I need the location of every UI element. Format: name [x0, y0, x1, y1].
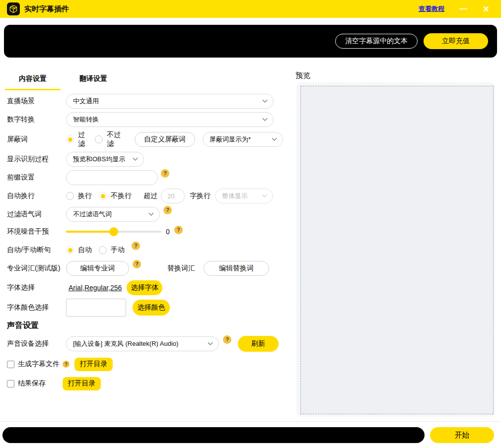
number-convert-row: 数字转换 智能转换	[7, 112, 283, 127]
content-settings-panel: 直播场景 中文通用 数字转换 智能转换 屏蔽词 过滤 不过滤 自定义屏蔽词 屏蔽…	[7, 94, 283, 394]
blocked-nofilter-radio-label[interactable]: 不过滤	[107, 130, 122, 148]
prefix-help-icon[interactable]: ?	[161, 169, 169, 178]
blocked-display-as-value: 屏蔽词显示为*	[210, 135, 251, 144]
save-result-checkbox[interactable]	[7, 380, 14, 387]
top-banner: 清空字幕源中的文本 立即充值	[4, 25, 497, 58]
start-button[interactable]: 开始	[430, 427, 494, 443]
preview-area	[300, 86, 494, 414]
open-result-dir-button[interactable]: 打开目录	[63, 377, 101, 390]
custom-blocked-words-button[interactable]: 自定义屏蔽词	[135, 132, 195, 147]
tab-content-settings[interactable]: 内容设置	[5, 70, 61, 90]
font-select-row: 字体选择 Arial,Regular,256 选择字体	[7, 280, 283, 295]
pro-words-label: 专业词汇(测试版)	[7, 264, 66, 273]
show-process-row: 显示识别过程 预览和OBS均显示	[7, 152, 283, 167]
nowrap-radio[interactable]	[99, 192, 107, 200]
app-window: 实时字幕插件 查看教程 — ✕ 清空字幕源中的文本 立即充值 内容设置 翻译设置…	[0, 0, 501, 448]
auto-wrap-row: 自动换行 换行 不换行 超过 字换行 整体显示	[7, 189, 283, 203]
chevron-down-icon	[263, 116, 268, 121]
close-button[interactable]: ✕	[481, 4, 491, 14]
blocked-words-label: 屏蔽词	[7, 135, 66, 144]
sentence-break-row: 自动/手动断句 自动 手动 ?	[7, 243, 283, 257]
chevron-down-icon	[208, 340, 213, 345]
pro-words-row: 专业词汇(测试版) 编辑专业词 ? 替换词汇 编辑替换词	[7, 261, 283, 276]
live-scene-label: 直播场景	[7, 97, 66, 106]
minimize-button[interactable]: —	[458, 4, 468, 13]
font-color-row: 字体颜色选择 选择颜色	[7, 299, 283, 317]
prefix-row: 前缀设置 ?	[7, 170, 283, 185]
recharge-button[interactable]: 立即充值	[424, 33, 488, 49]
sound-device-help-icon[interactable]: ?	[223, 335, 231, 344]
pro-words-help-icon[interactable]: ?	[133, 260, 141, 268]
blocked-filter-radio-label[interactable]: 过滤	[78, 130, 88, 148]
footer-divider	[0, 421, 501, 422]
current-font-link[interactable]: Arial,Regular,256	[69, 284, 122, 292]
wrap-radio[interactable]	[66, 192, 74, 200]
subtitle-file-checkbox[interactable]	[7, 361, 14, 368]
nowrap-radio-label[interactable]: 不换行	[111, 192, 132, 200]
titlebar: 实时字幕插件 查看教程 — ✕	[0, 0, 501, 18]
filler-words-label: 过滤语气词	[7, 210, 66, 219]
save-result-row: 结果保存 打开目录	[7, 376, 283, 391]
noise-slider-track	[66, 231, 161, 233]
prefix-label: 前缀设置	[7, 173, 66, 182]
font-color-label: 字体颜色选择	[7, 303, 66, 312]
blocked-display-as-select[interactable]: 屏蔽词显示为*	[203, 132, 283, 147]
show-process-label: 显示识别过程	[7, 155, 66, 164]
live-scene-value: 中文通用	[73, 97, 99, 106]
chevron-down-icon	[263, 97, 268, 102]
show-process-select[interactable]: 预览和OBS均显示	[66, 152, 144, 167]
filler-help-icon[interactable]: ?	[163, 206, 172, 214]
replace-words-label: 替换词汇	[167, 264, 195, 273]
chevron-down-icon	[133, 155, 138, 160]
auto-break-radio[interactable]	[66, 246, 74, 254]
manual-break-radio[interactable]	[99, 246, 107, 254]
chevron-down-icon	[262, 192, 267, 197]
auto-wrap-label: 自动换行	[7, 192, 66, 200]
save-result-label[interactable]: 结果保存	[18, 379, 46, 388]
auto-break-radio-label[interactable]: 自动	[78, 246, 92, 255]
prefix-input[interactable]	[66, 170, 158, 185]
blocked-filter-radio[interactable]	[66, 135, 74, 143]
over-label: 超过	[143, 192, 157, 200]
tab-translate-settings[interactable]: 翻译设置	[66, 70, 121, 90]
noise-help-icon[interactable]: ?	[174, 226, 183, 234]
chevron-down-icon	[149, 210, 154, 215]
refresh-device-button[interactable]: 刷新	[238, 336, 279, 352]
wrap-display-mode-select[interactable]: 整体显示	[215, 189, 273, 203]
edit-pro-words-button[interactable]: 编辑专业词	[66, 261, 129, 276]
wrap-display-mode-value: 整体显示	[222, 192, 248, 200]
clear-subtitle-source-button[interactable]: 清空字幕源中的文本	[335, 34, 418, 49]
noise-slider[interactable]	[66, 227, 161, 236]
manual-break-radio-label[interactable]: 手动	[111, 246, 125, 255]
filler-words-select[interactable]: 不过滤语气词	[66, 207, 160, 222]
subtitle-file-help-icon[interactable]: ?	[63, 361, 70, 368]
blocked-nofilter-radio[interactable]	[95, 135, 103, 143]
noise-slider-thumb[interactable]	[109, 227, 118, 236]
live-scene-select[interactable]: 中文通用	[66, 94, 274, 109]
wrap-count-input[interactable]	[161, 189, 185, 203]
wrap-radio-label[interactable]: 换行	[78, 192, 92, 200]
page-title: 实时字幕插件	[24, 4, 69, 14]
preview-panel	[296, 82, 495, 417]
cube-icon	[8, 4, 18, 14]
open-subtitle-dir-button[interactable]: 打开目录	[74, 358, 113, 371]
sound-device-select[interactable]: [输入设备] 麦克风 (Realtek(R) Audio)	[66, 336, 219, 351]
chevron-down-icon	[272, 135, 277, 140]
subtitle-status-bar	[2, 427, 425, 443]
noise-slider-fill	[66, 231, 114, 233]
sound-device-value: [输入设备] 麦克风 (Realtek(R) Audio)	[73, 339, 178, 348]
subtitle-file-label[interactable]: 生成字幕文件	[18, 360, 60, 369]
sound-device-row: 声音设备选择 [输入设备] 麦克风 (Realtek(R) Audio) ? 刷…	[7, 336, 283, 352]
live-scene-row: 直播场景 中文通用	[7, 94, 283, 109]
tutorial-link[interactable]: 查看教程	[419, 4, 444, 13]
sound-settings-header: 声音设置	[7, 320, 283, 331]
sentence-help-icon[interactable]: ?	[132, 242, 140, 250]
choose-color-button[interactable]: 选择颜色	[133, 300, 170, 316]
choose-font-button[interactable]: 选择字体	[127, 280, 162, 295]
number-convert-select[interactable]: 智能转换	[66, 112, 274, 127]
font-color-input[interactable]	[66, 299, 126, 317]
show-process-value: 预览和OBS均显示	[73, 155, 125, 164]
noise-label: 环境噪音干预	[7, 227, 66, 236]
edit-replace-words-button[interactable]: 编辑替换词	[204, 261, 269, 276]
noise-row: 环境噪音干预 0 ?	[7, 225, 283, 238]
